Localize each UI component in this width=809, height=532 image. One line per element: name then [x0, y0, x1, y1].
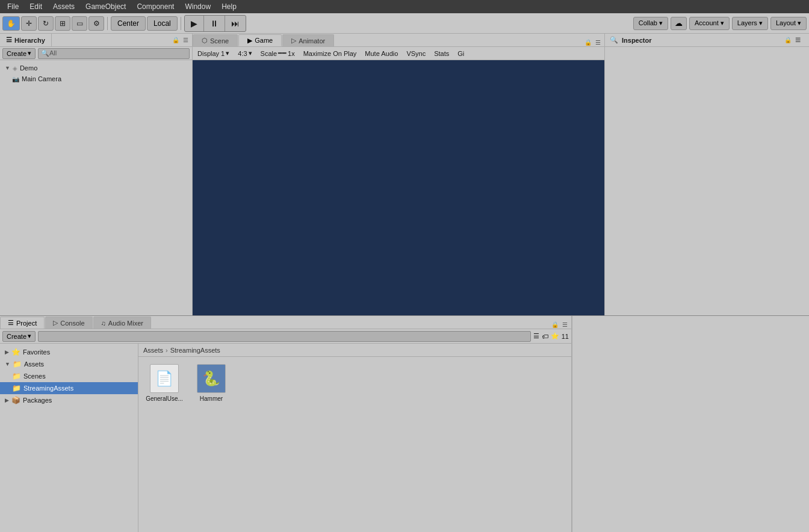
inspector-title: Inspector: [622, 37, 652, 44]
console-tab[interactable]: ▷ Console: [45, 317, 92, 329]
rect-tool[interactable]: ▭: [72, 16, 87, 31]
menu-edit[interactable]: Edit: [25, 1, 47, 12]
label-btn[interactable]: 🏷: [542, 333, 548, 340]
project-search-input[interactable]: [38, 331, 531, 342]
display-label: Display 1: [197, 50, 225, 57]
scenes-icon: 📁: [12, 372, 21, 380]
project-menu-btn[interactable]: ☰: [560, 320, 569, 329]
inspector-menu-btn[interactable]: ☰: [793, 36, 802, 45]
inspector-panel: 🔍 Inspector 🔒 ☰: [604, 34, 809, 315]
aspect-selector[interactable]: 4:3 ▾: [235, 49, 254, 58]
hierarchy-tab-icon: ☰: [6, 36, 12, 44]
menu-window[interactable]: Window: [180, 1, 215, 12]
mute-btn[interactable]: Mute Audio: [362, 49, 400, 58]
inspector-panel-actions: 🔒 ☰: [781, 36, 804, 45]
account-button[interactable]: Account ▾: [689, 17, 730, 30]
demo-expand-arrow: ▼: [5, 65, 10, 71]
scale-label: Scale: [261, 50, 277, 57]
audio-mixer-tab[interactable]: ♫ Audio Mixer: [93, 317, 151, 329]
project-sidebar: ▶ ⭐ Favorites ▼ 📁 Assets 📁 Scenes 📁 Stre…: [0, 344, 138, 532]
main-camera-label: Main Camera: [22, 75, 61, 82]
vsync-btn[interactable]: VSync: [404, 49, 428, 58]
filter-btn[interactable]: ☰: [533, 332, 539, 340]
center-button[interactable]: Center: [111, 16, 146, 31]
packages-item[interactable]: ▶ 📦 Packages: [0, 394, 138, 406]
hierarchy-tab[interactable]: ☰ Hierarchy: [0, 34, 52, 46]
hammer-icon: 🐍: [197, 364, 226, 393]
scenes-item[interactable]: 📁 Scenes: [0, 370, 138, 382]
view-lock-btn[interactable]: 🔒: [584, 38, 592, 46]
hammer-label: Hammer: [200, 395, 223, 402]
layers-button[interactable]: Layers ▾: [732, 17, 768, 30]
rotate-tool[interactable]: ↻: [38, 16, 54, 31]
transform-tool[interactable]: ⚙: [88, 16, 104, 31]
assets-icon: 📁: [13, 360, 22, 368]
hierarchy-tab-label: Hierarchy: [14, 37, 45, 44]
packages-label: Packages: [23, 397, 52, 404]
scale-tool[interactable]: ⊞: [55, 16, 70, 31]
game-tab[interactable]: ▶ Game: [238, 34, 282, 46]
inspector-content: [605, 47, 809, 315]
scene-tab-label: Scene: [210, 37, 229, 45]
menu-component[interactable]: Component: [132, 1, 179, 12]
gizmos-btn[interactable]: Gi: [455, 49, 466, 58]
project-tab[interactable]: ☰ Project: [0, 317, 45, 329]
menu-help[interactable]: Help: [217, 1, 241, 12]
camera-icon: 📷: [12, 76, 19, 82]
hierarchy-search[interactable]: 🔍All: [38, 48, 190, 59]
hierarchy-item-demo[interactable]: ▼ ◈ Demo: [0, 63, 192, 73]
game-view: [193, 60, 604, 315]
collab-button[interactable]: Collab ▾: [633, 17, 668, 30]
breadcrumb-streaming[interactable]: StreamingAssets: [170, 347, 220, 354]
view-tabs: ⬡ Scene ▶ Game ▷ Animator 🔒 ☰: [193, 34, 604, 47]
scale-value: 1x: [288, 50, 295, 57]
pause-button[interactable]: ⏸: [204, 16, 225, 31]
assets-item[interactable]: ▼ 📁 Assets: [0, 358, 138, 370]
project-lock-btn[interactable]: 🔒: [551, 320, 559, 329]
step-button[interactable]: ⏭: [225, 16, 246, 31]
toolbar-right: Collab ▾ ☁ Account ▾ Layers ▾ Layout ▾: [633, 17, 807, 30]
bottom-area: ☰ Project ▷ Console ♫ Audio Mixer 🔒 ☰ Cr…: [0, 315, 809, 532]
cloud-button[interactable]: ☁: [671, 17, 687, 30]
hierarchy-lock-btn[interactable]: 🔒: [172, 36, 180, 45]
inspector-lock-btn[interactable]: 🔒: [784, 36, 792, 45]
local-button[interactable]: Local: [147, 16, 178, 31]
asset-item-hammer[interactable]: 🐍 Hammer: [190, 362, 232, 404]
game-toolbar: Display 1 ▾ 4:3 ▾ Scale ━━ 1x Maximize O…: [193, 47, 604, 60]
hierarchy-item-main-camera[interactable]: 📷 Main Camera: [0, 73, 192, 84]
animator-tab[interactable]: ▷ Animator: [282, 34, 334, 46]
hand-tool[interactable]: ✋: [2, 16, 20, 31]
hierarchy-content: ▼ ◈ Demo 📷 Main Camera: [0, 60, 192, 315]
hierarchy-menu-btn[interactable]: ☰: [181, 36, 190, 45]
view-menu-btn[interactable]: ☰: [594, 38, 602, 46]
menu-gameobject[interactable]: GameObject: [81, 1, 131, 12]
streaming-assets-item[interactable]: 📁 StreamingAssets: [0, 382, 138, 394]
display-selector[interactable]: Display 1 ▾: [195, 49, 232, 58]
menu-assets[interactable]: Assets: [48, 1, 79, 12]
breadcrumb-separator: ›: [166, 347, 168, 354]
layout-button[interactable]: Layout ▾: [770, 17, 807, 30]
scale-control[interactable]: Scale ━━ 1x: [258, 49, 297, 58]
assets-arrow: ▼: [5, 361, 10, 367]
streaming-icon: 📁: [12, 384, 21, 392]
count-badge: 11: [562, 333, 569, 340]
game-view-canvas: [193, 60, 604, 315]
project-create-btn[interactable]: Create ▾: [2, 331, 36, 342]
favorites-label: Favorites: [23, 348, 50, 356]
star-btn[interactable]: ⭐: [551, 332, 559, 340]
favorites-icon: ⭐: [11, 348, 20, 356]
menu-file[interactable]: File: [2, 1, 23, 12]
breadcrumb-assets[interactable]: Assets: [143, 347, 163, 354]
hierarchy-panel: ☰ Hierarchy 🔒 ☰ Create ▾ 🔍All ▼ ◈ Demo: [0, 34, 193, 315]
play-button[interactable]: ▶: [185, 16, 203, 31]
maximize-btn[interactable]: Maximize On Play: [301, 49, 359, 58]
animator-tab-icon: ▷: [291, 37, 296, 45]
stats-btn[interactable]: Stats: [432, 49, 451, 58]
move-tool[interactable]: ✛: [21, 16, 37, 31]
asset-item-generaluse[interactable]: 📄 GeneralUse...: [143, 362, 185, 404]
demo-scene-icon: ◈: [13, 65, 17, 72]
scene-tab[interactable]: ⬡ Scene: [193, 34, 238, 46]
bottom-toolbar: Create ▾ ☰ 🏷 ⭐ 11: [0, 329, 571, 344]
favorites-item[interactable]: ▶ ⭐ Favorites: [0, 346, 138, 358]
hierarchy-create-btn[interactable]: Create ▾: [2, 48, 36, 59]
